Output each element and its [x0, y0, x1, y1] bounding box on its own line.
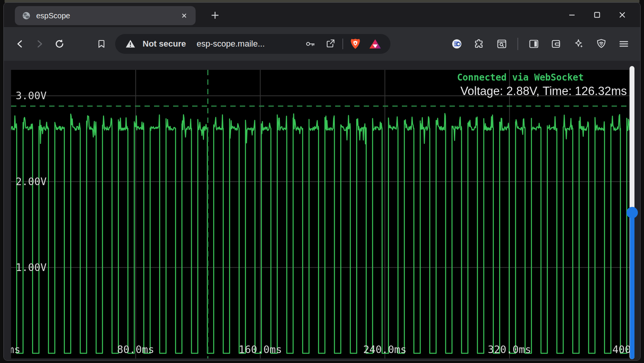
window-controls	[559, 5, 635, 25]
bookmark-icon	[96, 39, 107, 49]
page-content: Connected via WebSocket Voltage: 2.88V, …	[4, 61, 640, 361]
address-bar[interactable]: Not secure esp-scope.maile...	[115, 34, 390, 54]
close-icon	[180, 11, 188, 20]
minimize-icon	[567, 10, 577, 20]
connection-status: Connected via WebSocket	[457, 72, 584, 83]
tab-title: espScope	[36, 11, 172, 20]
new-tab-button[interactable]	[207, 8, 223, 23]
scope-canvas[interactable]	[11, 70, 634, 358]
close-window-button[interactable]	[610, 6, 635, 24]
extensions-puzzle-icon[interactable]	[470, 34, 489, 53]
bookmark-button[interactable]	[92, 34, 111, 54]
share-icon[interactable]	[323, 36, 338, 52]
measurement-readout: Voltage: 2.88V, Time: 126.32ms	[460, 84, 627, 98]
url-text[interactable]: esp-scope.maile...	[197, 39, 298, 49]
address-bar-divider	[342, 39, 343, 49]
reload-icon	[54, 38, 65, 50]
slider-thumb[interactable]	[626, 207, 638, 218]
forward-arrow-icon	[34, 38, 45, 50]
tab-strip: espScope	[4, 3, 640, 27]
back-button[interactable]	[10, 34, 30, 54]
menu-icon[interactable]	[614, 34, 633, 53]
oscilloscope-panel: Connected via WebSocket Voltage: 2.88V, …	[11, 70, 634, 358]
back-arrow-icon	[14, 38, 26, 50]
key-icon[interactable]	[303, 36, 318, 52]
tab-close-button[interactable]	[177, 9, 191, 23]
brave-shield-icon[interactable]	[348, 36, 363, 52]
not-secure-warning-icon[interactable]	[123, 36, 138, 52]
plus-icon	[210, 10, 220, 20]
minimize-button[interactable]	[559, 6, 585, 24]
sidebar-icon[interactable]	[524, 34, 543, 53]
reload-button[interactable]	[50, 34, 69, 54]
maximize-button[interactable]	[585, 6, 610, 24]
globe-favicon-icon	[22, 11, 31, 20]
browser-window: espScope	[3, 2, 641, 361]
security-status-label: Not secure	[143, 39, 186, 49]
toolbar-divider	[517, 38, 518, 50]
toolbar-right-icons	[447, 34, 634, 53]
tab-espscope[interactable]: espScope	[15, 6, 196, 25]
wallet-icon[interactable]	[547, 34, 566, 53]
close-icon	[617, 10, 627, 20]
browser-toolbar: Not secure esp-scope.maile...	[4, 27, 640, 61]
brave-rewards-icon[interactable]	[368, 36, 383, 52]
slider-fill	[630, 213, 634, 359]
extension-badge-icon[interactable]	[447, 34, 466, 53]
vpn-shield-icon[interactable]	[592, 34, 611, 53]
vertical-slider[interactable]	[630, 66, 634, 359]
forward-button[interactable]	[30, 34, 50, 54]
search-tabs-icon[interactable]	[492, 34, 511, 53]
maximize-icon	[592, 10, 602, 20]
leo-ai-icon[interactable]	[569, 34, 588, 53]
